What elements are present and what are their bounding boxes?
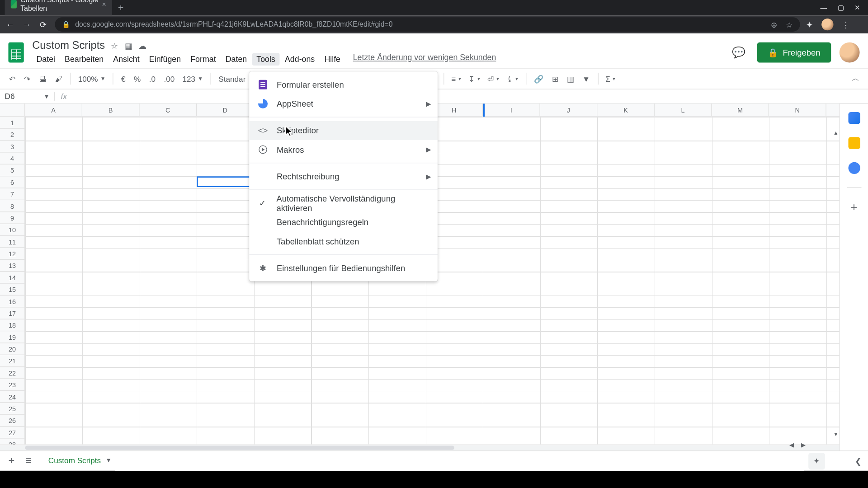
chevron-down-icon[interactable]: ▼	[106, 457, 112, 464]
column-header[interactable]: L	[655, 103, 712, 116]
redo-button[interactable]: ↷	[21, 72, 33, 85]
add-sheet-button[interactable]: +	[6, 452, 17, 469]
menu-item-script-editor[interactable]: <> Skripteditor	[249, 121, 438, 140]
menu-addons[interactable]: Add-ons	[281, 53, 319, 66]
row-header[interactable]: 26	[0, 415, 24, 427]
row-header[interactable]: 24	[0, 391, 24, 403]
move-icon[interactable]: ▦	[125, 41, 132, 50]
sheet-tab[interactable]: Custom Scripts ▼	[40, 451, 120, 470]
document-title[interactable]: Custom Scripts	[32, 39, 105, 52]
menu-tools[interactable]: Tools	[252, 53, 279, 66]
number-format-select[interactable]: 123 ▼	[180, 72, 205, 85]
calendar-icon[interactable]	[848, 112, 860, 124]
column-header[interactable]: B	[82, 103, 140, 116]
minimize-button[interactable]: —	[821, 4, 827, 12]
collapse-toolbar-button[interactable]: ︿	[849, 71, 862, 86]
close-tab-icon[interactable]: ×	[102, 0, 106, 8]
horizontal-scrollbar[interactable]	[0, 445, 840, 450]
row-header[interactable]: 21	[0, 355, 24, 367]
insert-link-button[interactable]: 🔗	[531, 72, 547, 85]
font-select[interactable]: Standar	[216, 72, 249, 85]
column-header[interactable]: I	[483, 103, 540, 116]
menu-item-protect-sheet[interactable]: Tabellenblatt schützen	[249, 232, 438, 251]
menu-format[interactable]: Format	[186, 53, 220, 66]
select-all-corner[interactable]	[0, 103, 25, 116]
vertical-scrollbar[interactable]: ▲ ▼	[832, 130, 840, 438]
menu-item-spelling[interactable]: Rechtschreibung ▶	[249, 167, 438, 186]
currency-button[interactable]: €	[118, 72, 128, 85]
row-header[interactable]: 19	[0, 331, 24, 343]
comments-button[interactable]: 💬	[728, 42, 749, 63]
filter-button[interactable]: ▼	[579, 72, 593, 85]
scroll-up-button[interactable]: ▲	[832, 130, 840, 137]
paint-format-button[interactable]: 🖌	[52, 72, 66, 85]
reload-button[interactable]: ⟳	[38, 20, 49, 29]
column-header[interactable]: D	[197, 103, 254, 116]
bookmark-icon[interactable]: ☆	[786, 20, 793, 29]
browser-menu-icon[interactable]: ⋮	[842, 20, 850, 29]
row-header[interactable]: 14	[0, 272, 24, 283]
row-header[interactable]: 13	[0, 260, 24, 272]
functions-button[interactable]: Σ ▾	[603, 72, 618, 85]
menu-item-create-form[interactable]: Formular erstellen	[249, 75, 438, 94]
row-header[interactable]: 20	[0, 343, 24, 355]
star-icon[interactable]: ☆	[111, 41, 118, 50]
explore-button[interactable]: ✦	[808, 453, 825, 469]
maximize-button[interactable]: ▢	[838, 4, 844, 12]
row-header[interactable]: 5	[0, 164, 24, 176]
menu-item-autocomplete[interactable]: ✓ Automatische Vervollständigung aktivie…	[249, 194, 438, 213]
row-header[interactable]: 10	[0, 224, 24, 236]
last-edit-link[interactable]: Letzte Änderung vor wenigen Sekunden	[353, 53, 496, 66]
keep-icon[interactable]	[848, 137, 860, 149]
zoom-select[interactable]: 100% ▼	[75, 72, 108, 85]
menu-insert[interactable]: Einfügen	[145, 53, 185, 66]
increase-decimal-button[interactable]: .00	[161, 72, 178, 85]
menu-edit[interactable]: Bearbeiten	[61, 53, 108, 66]
percent-button[interactable]: %	[131, 72, 143, 85]
menu-item-appsheet[interactable]: AppSheet ▶	[249, 94, 438, 113]
column-header[interactable]: N	[769, 103, 826, 116]
row-header[interactable]: 15	[0, 284, 24, 296]
profile-avatar-icon[interactable]	[821, 19, 833, 30]
row-header[interactable]: 2	[0, 129, 24, 141]
row-header[interactable]: 18	[0, 319, 24, 331]
text-wrap-button[interactable]: ⏎ ▾	[485, 72, 502, 85]
row-header[interactable]: 16	[0, 296, 24, 307]
menu-item-macros[interactable]: Makros ▶	[249, 140, 438, 159]
row-header[interactable]: 27	[0, 427, 24, 438]
account-avatar[interactable]	[840, 42, 860, 63]
column-header[interactable]: J	[540, 103, 598, 116]
browser-tab[interactable]: Custom Scripts - Google Tabellen ×	[5, 0, 112, 15]
row-header[interactable]: 17	[0, 307, 24, 319]
decrease-decimal-button[interactable]: .0	[146, 72, 158, 85]
row-header[interactable]: 28	[0, 439, 24, 445]
row-header[interactable]: 6	[0, 176, 24, 188]
scroll-left-button[interactable]: ◀	[787, 441, 797, 450]
undo-button[interactable]: ↶	[6, 72, 19, 85]
column-header[interactable]: K	[597, 103, 655, 116]
share-button[interactable]: 🔒 Freigeben	[757, 42, 831, 63]
close-window-button[interactable]: ✕	[854, 4, 860, 12]
back-button[interactable]: ←	[5, 20, 16, 29]
row-header[interactable]: 22	[0, 367, 24, 379]
column-header[interactable]: C	[140, 103, 197, 116]
menu-file[interactable]: Datei	[32, 53, 59, 66]
insert-comment-button[interactable]: ⊞	[549, 72, 561, 85]
menu-data[interactable]: Daten	[221, 53, 251, 66]
forward-button[interactable]: →	[21, 20, 32, 29]
row-header[interactable]: 12	[0, 248, 24, 260]
all-sheets-button[interactable]: ≡	[23, 452, 34, 469]
new-tab-button[interactable]: +	[112, 0, 130, 15]
column-header[interactable]: M	[712, 103, 769, 116]
row-header[interactable]: 9	[0, 212, 24, 224]
row-header[interactable]: 8	[0, 200, 24, 212]
scroll-right-button[interactable]: ▶	[799, 441, 808, 450]
extensions-icon[interactable]: ✦	[806, 20, 813, 29]
vertical-align-button[interactable]: ↧ ▾	[466, 72, 483, 85]
column-header[interactable]: A	[25, 103, 82, 116]
add-addon-button[interactable]: +	[848, 201, 860, 212]
menu-item-accessibility[interactable]: ✱ Einstellungen für Bedienungshilfen	[249, 258, 438, 277]
row-header[interactable]: 25	[0, 403, 24, 414]
text-rotate-button[interactable]: ⤹ ▾	[504, 72, 521, 85]
address-bar[interactable]: 🔒 docs.google.com/spreadsheets/d/1srmPHL…	[55, 17, 800, 32]
